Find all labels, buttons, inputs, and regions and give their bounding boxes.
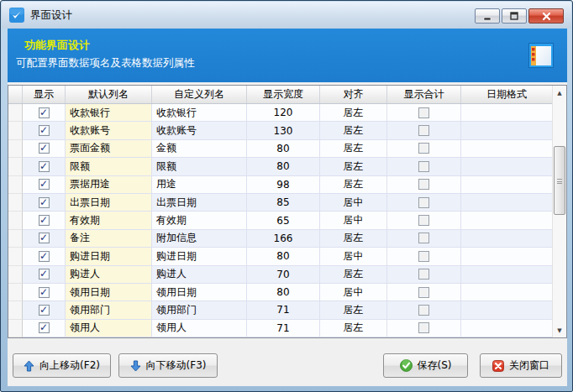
- date-format-cell[interactable]: [461, 212, 552, 229]
- row-selector-cell[interactable]: [8, 284, 23, 301]
- row-selector-cell[interactable]: [8, 176, 23, 194]
- date-format-cell[interactable]: [461, 104, 552, 122]
- table-row[interactable]: ✓ 票据用途 用途 98 居左: [8, 176, 552, 194]
- width-cell[interactable]: 166: [247, 230, 320, 248]
- vertical-scrollbar[interactable]: ▲ ▼: [552, 86, 566, 337]
- row-selector-cell[interactable]: [8, 104, 23, 122]
- custom-name-cell[interactable]: 领用部门: [152, 301, 247, 319]
- column-header-date-format[interactable]: 日期格式: [461, 86, 552, 103]
- align-cell[interactable]: 居左: [320, 140, 387, 158]
- align-cell[interactable]: 居左: [320, 301, 387, 319]
- visible-checkbox[interactable]: ✓: [39, 251, 50, 262]
- table-row[interactable]: ✓ 领用部门 领用部门 71 居左: [8, 301, 552, 319]
- maximize-button[interactable]: [502, 8, 527, 24]
- width-cell[interactable]: 71: [247, 320, 320, 337]
- total-checkbox[interactable]: [418, 233, 429, 243]
- visible-checkbox[interactable]: ✓: [39, 161, 50, 172]
- total-checkbox[interactable]: [418, 269, 429, 280]
- scroll-down-icon[interactable]: ▼: [553, 323, 566, 337]
- total-checkbox[interactable]: [418, 125, 429, 136]
- visible-checkbox[interactable]: ✓: [39, 107, 50, 118]
- total-checkbox[interactable]: [418, 215, 429, 226]
- custom-name-cell[interactable]: 领用人: [152, 320, 247, 337]
- custom-name-cell[interactable]: 用途: [152, 176, 247, 194]
- row-selector-cell[interactable]: [8, 320, 23, 337]
- total-checkbox[interactable]: [418, 305, 429, 316]
- date-format-cell[interactable]: [461, 284, 552, 301]
- align-cell[interactable]: 居左: [320, 320, 387, 337]
- total-checkbox[interactable]: [418, 251, 429, 262]
- width-cell[interactable]: 65: [247, 212, 320, 229]
- date-format-cell[interactable]: [461, 230, 552, 248]
- table-row[interactable]: ✓ 出票日期 出票日期 85 居中: [8, 194, 552, 212]
- row-selector-cell[interactable]: [8, 158, 23, 175]
- align-cell[interactable]: 居左: [320, 158, 387, 175]
- save-button[interactable]: 保存(S): [383, 353, 468, 378]
- width-cell[interactable]: 80: [247, 248, 320, 265]
- date-format-cell[interactable]: [461, 176, 552, 194]
- table-row[interactable]: ✓ 有效期 有效期 65 居中: [8, 212, 552, 229]
- table-row[interactable]: ✓ 备注 附加信息 166 居左: [8, 230, 552, 248]
- date-format-cell[interactable]: [461, 301, 552, 319]
- custom-name-cell[interactable]: 购进人: [152, 266, 247, 284]
- visible-checkbox[interactable]: ✓: [39, 305, 50, 316]
- visible-checkbox[interactable]: ✓: [39, 125, 50, 136]
- column-header-show-total[interactable]: 显示合计: [387, 86, 461, 103]
- align-cell[interactable]: 居中: [320, 248, 387, 265]
- align-cell[interactable]: 居中: [320, 284, 387, 301]
- column-header-custom-name[interactable]: 自定义列名: [152, 86, 247, 103]
- visible-checkbox[interactable]: ✓: [39, 233, 50, 243]
- align-cell[interactable]: 居中: [320, 194, 387, 212]
- scroll-up-icon[interactable]: ▲: [553, 86, 566, 100]
- align-cell[interactable]: 居左: [320, 266, 387, 284]
- date-format-cell[interactable]: [461, 140, 552, 158]
- custom-name-cell[interactable]: 领用日期: [152, 284, 247, 301]
- scrollbar-thumb[interactable]: [554, 146, 565, 215]
- visible-checkbox[interactable]: ✓: [39, 215, 50, 226]
- date-format-cell[interactable]: [461, 122, 552, 139]
- total-checkbox[interactable]: [418, 322, 429, 333]
- move-up-button[interactable]: 向上移动(F2): [13, 353, 111, 378]
- width-cell[interactable]: 130: [247, 122, 320, 139]
- date-format-cell[interactable]: [461, 266, 552, 284]
- table-row[interactable]: ✓ 购进人 购进人 70 居左: [8, 266, 552, 284]
- row-selector-cell[interactable]: [8, 230, 23, 248]
- align-cell[interactable]: 居左: [320, 176, 387, 194]
- custom-name-cell[interactable]: 金额: [152, 140, 247, 158]
- table-row[interactable]: ✓ 票面金额 金额 80 居左: [8, 140, 552, 158]
- total-checkbox[interactable]: [418, 107, 429, 118]
- visible-checkbox[interactable]: ✓: [39, 322, 50, 333]
- width-cell[interactable]: 98: [247, 176, 320, 194]
- date-format-cell[interactable]: [461, 194, 552, 212]
- visible-checkbox[interactable]: ✓: [39, 287, 50, 298]
- close-button[interactable]: [528, 8, 564, 24]
- width-cell[interactable]: 120: [247, 104, 320, 122]
- table-row[interactable]: ✓ 收款账号 收款账号 130 居左: [8, 122, 552, 139]
- column-header-visible[interactable]: 显示: [23, 86, 66, 103]
- date-format-cell[interactable]: [461, 158, 552, 175]
- column-header-default-name[interactable]: 默认列名: [66, 86, 152, 103]
- column-header-align[interactable]: 对齐: [320, 86, 387, 103]
- width-cell[interactable]: 70: [247, 266, 320, 284]
- visible-checkbox[interactable]: ✓: [39, 143, 50, 154]
- total-checkbox[interactable]: [418, 143, 429, 154]
- align-cell[interactable]: 居左: [320, 104, 387, 122]
- total-checkbox[interactable]: [418, 287, 429, 298]
- table-row[interactable]: ✓ 购进日期 购进日期 80 居中: [8, 248, 552, 265]
- width-cell[interactable]: 80: [247, 158, 320, 175]
- date-format-cell[interactable]: [461, 320, 552, 337]
- table-row[interactable]: ✓ 限额 限额 80 居左: [8, 158, 552, 175]
- row-selector-cell[interactable]: [8, 194, 23, 212]
- close-window-button[interactable]: 关闭窗口: [480, 353, 562, 378]
- move-down-button[interactable]: 向下移动(F3): [118, 353, 218, 378]
- visible-checkbox[interactable]: ✓: [39, 269, 50, 280]
- column-header-width[interactable]: 显示宽度: [247, 86, 320, 103]
- row-selector-cell[interactable]: [8, 266, 23, 284]
- align-cell[interactable]: 居中: [320, 212, 387, 229]
- total-checkbox[interactable]: [418, 161, 429, 172]
- custom-name-cell[interactable]: 收款银行: [152, 104, 247, 122]
- row-selector-cell[interactable]: [8, 140, 23, 158]
- align-cell[interactable]: 居左: [320, 122, 387, 139]
- custom-name-cell[interactable]: 附加信息: [152, 230, 247, 248]
- row-selector-cell[interactable]: [8, 212, 23, 229]
